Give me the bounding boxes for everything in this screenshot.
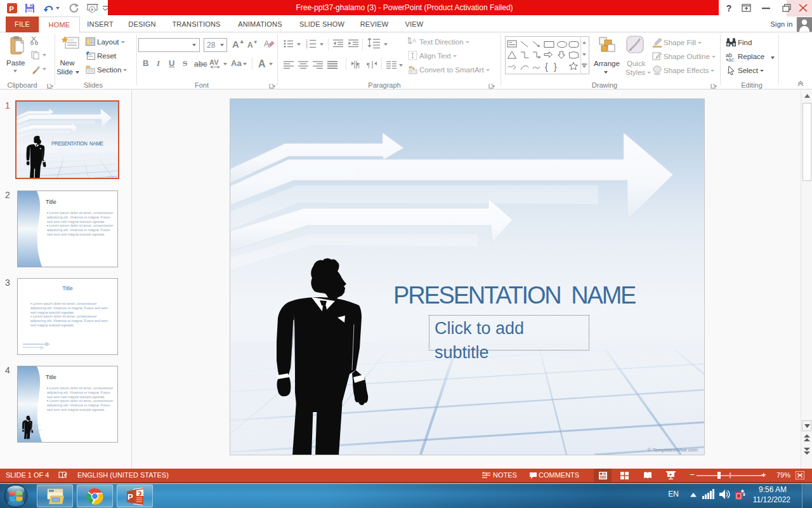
svg-text:3: 3 <box>306 45 308 48</box>
svg-text:P: P <box>128 492 133 502</box>
svg-text:¶: ¶ <box>357 61 360 69</box>
svg-text:ac: ac <box>728 57 735 62</box>
svg-text:P: P <box>10 5 14 13</box>
svg-text:¶: ¶ <box>367 61 370 69</box>
svg-text:AV: AV <box>209 58 219 66</box>
svg-text:A: A <box>412 37 416 44</box>
svg-text:}: } <box>554 62 557 72</box>
svg-text:{: { <box>545 62 548 72</box>
